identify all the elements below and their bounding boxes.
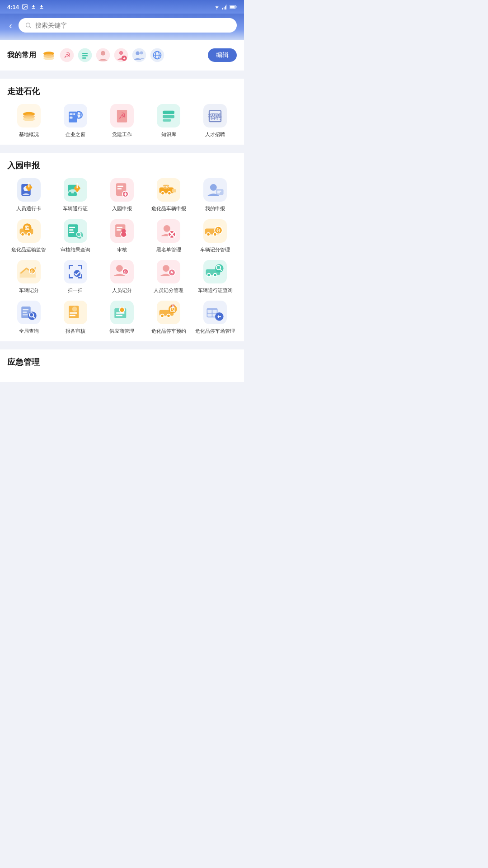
my-common-title: 我的常用 [7,51,36,60]
ruyuan-grid: 人员通行卡 车辆通行证 入园申报 危化 危化品车辆申报 我的申报 监 危化品运输… [7,178,237,334]
label-car-score-mgmt: 车辆记分管理 [200,246,230,253]
svg-rect-49 [163,115,174,118]
item-audit[interactable]: 审核 [100,219,143,253]
svg-rect-17 [82,53,88,54]
svg-point-182 [167,315,170,317]
svg-point-61 [69,192,71,194]
item-blacklist[interactable]: 黑名单管理 [147,219,190,253]
item-person-score[interactable]: 分 人员记分 [100,260,143,293]
wifi-icon [213,4,221,9]
search-input[interactable] [35,22,230,29]
status-icons [213,4,237,10]
item-report-audit[interactable]: 报备审核 [54,301,97,334]
common-icon-6[interactable] [131,47,147,63]
label-recruit: 人才招聘 [205,131,225,137]
svg-rect-99 [69,231,74,233]
svg-point-26 [136,52,140,56]
svg-rect-105 [117,226,122,228]
item-scan[interactable]: 扫一扫 [54,260,97,293]
my-common-section: 我的常用 ☭ [0,40,244,71]
svg-point-27 [140,52,143,55]
search-bar[interactable] [19,18,237,33]
back-button[interactable]: ‹ [7,19,14,33]
header: ‹ [0,14,244,40]
svg-rect-97 [69,226,75,228]
item-my-apply[interactable]: 我的申报 [194,178,237,212]
common-icon-3[interactable] [77,47,93,63]
label-audit-query: 审核结果查询 [61,246,90,253]
label-person-score: 人员记分 [112,287,132,293]
common-icon-4[interactable] [95,47,111,63]
item-person-score-mgmt[interactable]: 人员记分管理 [147,260,190,293]
svg-rect-135 [69,274,70,278]
item-hazmat-car[interactable]: 危化 危化品车辆申报 [147,178,190,212]
divider-3 [0,346,244,349]
svg-point-119 [207,233,210,236]
item-car-score-mgmt[interactable]: 分 车辆记分管理 [194,219,237,253]
svg-text:招聘: 招聘 [208,113,222,120]
svg-rect-68 [117,189,122,190]
item-global-query[interactable]: 全局查询 [7,301,50,334]
common-icon-7[interactable] [149,47,165,63]
svg-rect-67 [117,186,123,187]
divider-2 [0,149,244,153]
common-icons: ☭ [41,47,203,63]
zoujin-title: 走进石化 [7,86,237,97]
svg-rect-190 [208,310,212,313]
item-entry-apply[interactable]: 入园申报 [100,178,143,212]
svg-rect-170 [70,315,75,316]
svg-rect-98 [69,229,73,231]
item-base[interactable]: 基地概况 [7,104,50,137]
item-car-pass[interactable]: 车辆通行证 [54,178,97,212]
item-hazmat-park-mgmt[interactable]: 危化品停车场管理 [194,301,237,334]
label-car-pass: 车辆通行证 [63,205,88,212]
common-icon-1[interactable] [41,47,57,63]
svg-rect-175 [116,312,125,314]
svg-rect-19 [82,57,86,59]
svg-point-168 [72,307,77,311]
svg-rect-6 [226,5,227,9]
label-hazmat-car: 危化品车辆申报 [151,205,186,212]
label-supplier-mgmt: 供应商管理 [109,328,134,334]
label-knowledge: 知识库 [161,131,176,137]
svg-rect-106 [117,229,121,231]
item-person-card[interactable]: 人员通行卡 [7,178,50,212]
item-supplier-mgmt[interactable]: 供应商管理 [100,301,143,334]
item-enterprise[interactable]: 企业之窗 [54,104,97,137]
svg-rect-176 [116,315,122,316]
svg-point-109 [122,229,126,233]
svg-rect-50 [163,119,171,122]
ruyuan-section: 入园申报 人员通行卡 车辆通行证 入园申报 危化 危化品车辆申报 我的申报 [0,153,244,341]
download-icon [31,4,36,10]
item-hazmat-park-reserve[interactable]: ⏰ 危化品停车预约 [147,301,190,334]
svg-point-180 [161,315,164,317]
item-car-pass-query[interactable]: 车辆通行证查询 [194,260,237,293]
item-knowledge[interactable]: 知识库 [147,104,190,137]
item-car-score[interactable]: 分 车辆记分 [7,260,50,293]
item-hazmat-transport[interactable]: 监 危化品运输监管 [7,219,50,253]
svg-point-35 [23,117,35,121]
svg-point-2 [216,9,217,9]
edit-button[interactable]: 编辑 [208,48,237,62]
svg-text:分: 分 [123,270,127,274]
svg-text:☭: ☭ [64,51,70,60]
svg-point-25 [132,48,146,62]
common-icon-2[interactable]: ☭ [59,47,75,63]
svg-point-152 [208,274,211,277]
svg-text:☭: ☭ [118,111,126,121]
svg-point-78 [168,192,171,195]
svg-rect-18 [82,55,88,57]
label-my-apply: 我的申报 [205,205,225,212]
svg-rect-38 [70,113,73,115]
svg-point-76 [161,192,164,195]
battery-icon [230,4,237,10]
common-icon-5[interactable] [113,47,129,63]
item-recruit[interactable]: 招聘 人才招聘 [194,104,237,137]
svg-rect-48 [163,111,174,114]
label-scan: 扫一扫 [68,287,83,293]
item-party[interactable]: ☭ 党建工作 [100,104,143,137]
download2-icon [39,4,44,10]
status-bar: 4:14 [0,0,244,14]
label-car-score: 车辆记分 [19,287,39,293]
item-audit-query[interactable]: 审核结果查询 [54,219,97,253]
